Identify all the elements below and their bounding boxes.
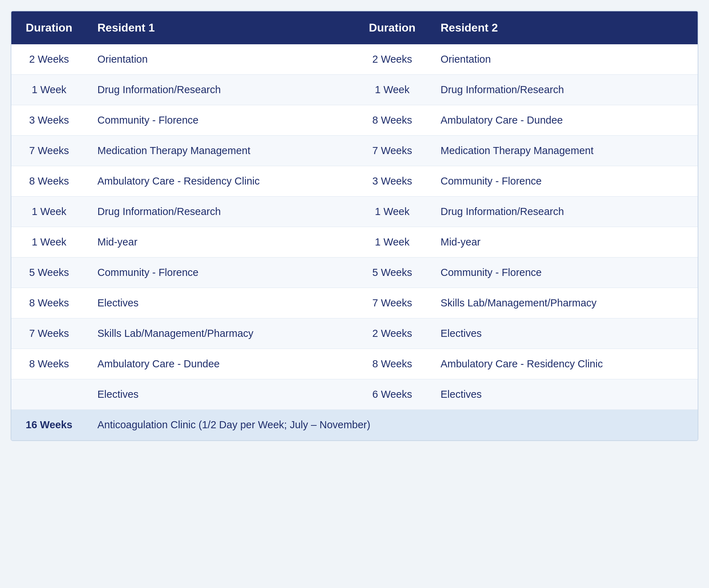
table-row: Electives6 WeeksElectives: [11, 379, 698, 410]
schedule-table-wrapper: Duration Resident 1 Duration Resident 2 …: [11, 11, 698, 441]
duration-cell-r2: 7 Weeks: [354, 136, 430, 166]
rotation-cell-r1: Community - Florence: [87, 105, 354, 136]
rotation-cell-r2: Community - Florence: [430, 166, 698, 197]
duration-cell-r2: 1 Week: [354, 197, 430, 227]
rotation-cell-r2: Electives: [430, 379, 698, 410]
duration-cell-r2: 2 Weeks: [354, 318, 430, 349]
rotation-cell-r1: Electives: [87, 379, 354, 410]
duration-cell-r1: 7 Weeks: [11, 136, 87, 166]
rotation-cell-r1: Drug Information/Research: [87, 75, 354, 105]
rotation-cell-r1: Orientation: [87, 44, 354, 75]
rotation-cell-r2: Mid-year: [430, 227, 698, 258]
duration-cell-r1: 5 Weeks: [11, 258, 87, 288]
rotation-cell-r1: Electives: [87, 288, 354, 318]
duration-cell-r2: 8 Weeks: [354, 349, 430, 379]
table-row: 1 WeekDrug Information/Research1 WeekDru…: [11, 75, 698, 105]
rotation-cell-r2: Electives: [430, 318, 698, 349]
rotation-cell-r1: Drug Information/Research: [87, 197, 354, 227]
duration-cell-r2: 5 Weeks: [354, 258, 430, 288]
table-row: 8 WeeksAmbulatory Care - Dundee8 WeeksAm…: [11, 349, 698, 379]
duration-cell-r1: [11, 379, 87, 410]
header-resident2: Resident 2: [430, 11, 698, 44]
table-row: 1 WeekMid-year1 WeekMid-year: [11, 227, 698, 258]
table-row: 3 WeeksCommunity - Florence8 WeeksAmbula…: [11, 105, 698, 136]
duration-cell-r1: 8 Weeks: [11, 349, 87, 379]
table-row: 1 WeekDrug Information/Research1 WeekDru…: [11, 197, 698, 227]
duration-cell-r1: 1 Week: [11, 197, 87, 227]
rotation-cell-r2: Drug Information/Research: [430, 197, 698, 227]
duration-cell-r2: 2 Weeks: [354, 44, 430, 75]
duration-cell-r2: 1 Week: [354, 227, 430, 258]
table-row: 8 WeeksAmbulatory Care - Residency Clini…: [11, 166, 698, 197]
rotation-cell-r2: Medication Therapy Management: [430, 136, 698, 166]
schedule-table: Duration Resident 1 Duration Resident 2 …: [11, 11, 698, 440]
duration-cell-r2: 8 Weeks: [354, 105, 430, 136]
duration-cell-r1: 8 Weeks: [11, 166, 87, 197]
rotation-cell-r2: Skills Lab/Management/Pharmacy: [430, 288, 698, 318]
duration-cell-r1: 7 Weeks: [11, 318, 87, 349]
duration-cell-r1: 1 Week: [11, 75, 87, 105]
duration-cell-r1: 1 Week: [11, 227, 87, 258]
rotation-cell-r2: Ambulatory Care - Dundee: [430, 105, 698, 136]
duration-cell-r2: 3 Weeks: [354, 166, 430, 197]
duration-cell-r1: 8 Weeks: [11, 288, 87, 318]
rotation-cell-r2: Orientation: [430, 44, 698, 75]
footer-duration: 16 Weeks: [11, 410, 87, 440]
header-duration2: Duration: [354, 11, 430, 44]
footer-row: 16 WeeksAnticoagulation Clinic (1/2 Day …: [11, 410, 698, 440]
rotation-cell-r2: Community - Florence: [430, 258, 698, 288]
rotation-cell-r1: Medication Therapy Management: [87, 136, 354, 166]
table-row: 7 WeeksMedication Therapy Management7 We…: [11, 136, 698, 166]
rotation-cell-r1: Ambulatory Care - Residency Clinic: [87, 166, 354, 197]
rotation-cell-r2: Drug Information/Research: [430, 75, 698, 105]
header-duration1: Duration: [11, 11, 87, 44]
table-row: 5 WeeksCommunity - Florence5 WeeksCommun…: [11, 258, 698, 288]
rotation-cell-r1: Community - Florence: [87, 258, 354, 288]
header-resident1: Resident 1: [87, 11, 354, 44]
table-row: 7 WeeksSkills Lab/Management/Pharmacy2 W…: [11, 318, 698, 349]
rotation-cell-r1: Skills Lab/Management/Pharmacy: [87, 318, 354, 349]
duration-cell-r1: 2 Weeks: [11, 44, 87, 75]
table-row: 8 WeeksElectives7 WeeksSkills Lab/Manage…: [11, 288, 698, 318]
rotation-cell-r2: Ambulatory Care - Residency Clinic: [430, 349, 698, 379]
duration-cell-r2: 1 Week: [354, 75, 430, 105]
footer-rotation: Anticoagulation Clinic (1/2 Day per Week…: [87, 410, 698, 440]
duration-cell-r1: 3 Weeks: [11, 105, 87, 136]
duration-cell-r2: 6 Weeks: [354, 379, 430, 410]
rotation-cell-r1: Mid-year: [87, 227, 354, 258]
duration-cell-r2: 7 Weeks: [354, 288, 430, 318]
table-row: 2 WeeksOrientation2 WeeksOrientation: [11, 44, 698, 75]
rotation-cell-r1: Ambulatory Care - Dundee: [87, 349, 354, 379]
